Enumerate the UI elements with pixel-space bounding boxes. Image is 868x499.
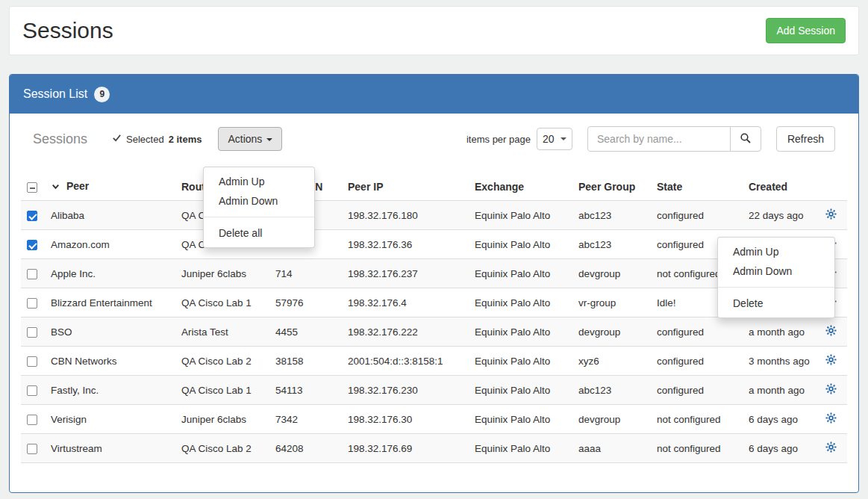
selected-label: Selected [126,134,164,145]
sessions-table: Peer Router Peer ASN Peer IP Exchange Pe… [21,173,847,463]
select-all-header [21,173,45,201]
row-menu-item-admin-up[interactable]: Admin Up [718,242,834,261]
cell-peer-group: vr-group [572,288,651,317]
session-count-badge: 9 [94,87,110,102]
cell-router: QA Cisco Lab 2 [175,347,269,376]
cell-router: Juniper 6clabs [175,405,269,434]
row-menu-item-admin-down[interactable]: Admin Down [718,261,834,281]
page-title: Sessions [22,18,113,43]
cell-router: QA Cisco Lab 1 [175,376,269,405]
cell-exchange: Equinix Palo Alto [469,376,572,405]
menu-divider [204,217,314,217]
cell-peer: Apple Inc. [45,259,175,288]
cell-peer-group: devgroup [572,317,651,347]
column-header-exchange[interactable]: Exchange [469,173,572,201]
cell-peer: BSO [45,317,175,347]
cell-created: 6 days ago [743,434,815,463]
check-icon [112,133,122,145]
table-row: BSO Arista Test 4455 198.32.176.222 Equi… [21,317,847,347]
row-checkbox[interactable] [27,415,37,425]
cell-peer: Virtustream [45,434,175,463]
cell-peer-ip: 198.32.176.36 [342,230,469,259]
cell-exchange: Equinix Palo Alto [469,288,572,317]
column-header-created[interactable]: Created [743,173,815,201]
search-input[interactable] [587,126,731,152]
row-settings-gear-icon[interactable] [825,441,837,455]
cell-router: QA Cisco Lab 1 [175,288,269,317]
page-header: Sessions Add Session [9,6,859,55]
column-header-peer[interactable]: Peer [45,173,175,201]
row-checkbox[interactable] [27,269,37,279]
session-list-panel: Session List 9 Sessions Selected 2 items… [9,74,859,493]
row-menu-item-delete[interactable]: Delete [718,294,834,313]
panel-title: Session List [23,87,87,101]
panel-header: Session List 9 [10,75,858,114]
cell-peer: Blizzard Entertainment [45,288,175,317]
cell-peer: Fastly, Inc. [45,376,175,405]
cell-state: configured [651,317,743,347]
table-row: Fastly, Inc. QA Cisco Lab 1 54113 198.32… [21,376,847,405]
cell-exchange: Equinix Palo Alto [469,434,572,463]
column-header-peer-ip[interactable]: Peer IP [342,173,469,201]
add-session-button[interactable]: Add Session [766,18,846,43]
cell-peer-ip: 2001:504:d::3:8158:1 [342,347,469,376]
cell-peer-group: abc123 [572,201,651,230]
cell-exchange: Equinix Palo Alto [469,230,572,259]
items-per-page-select[interactable]: 20 [537,128,572,150]
cell-state: not configured [651,405,743,434]
cell-peer-group: aaaa [572,434,651,463]
cell-created: 3 months ago [743,347,815,376]
row-checkbox[interactable] [27,240,37,250]
row-settings-gear-icon[interactable] [825,412,837,426]
cell-peer-ip: 198.32.176.30 [342,405,469,434]
table-row: Virtustream QA Cisco Lab 2 64208 198.32.… [21,434,847,463]
table-header-row: Peer Router Peer ASN Peer IP Exchange Pe… [21,173,847,201]
cell-state: not configured [651,434,743,463]
column-header-state[interactable]: State [651,173,743,201]
row-checkbox[interactable] [27,356,37,367]
menu-item-delete-all[interactable]: Delete all [204,223,314,243]
cell-peer: Alibaba [45,201,175,230]
cell-state: configured [651,347,743,376]
search-button[interactable] [730,126,761,152]
cell-peer-group: xyz6 [572,347,651,376]
row-checkbox[interactable] [27,298,37,309]
search-group [587,126,761,152]
table-row: Verisign Juniper 6clabs 7342 198.32.176.… [21,405,847,434]
select-all-checkbox[interactable] [27,182,37,193]
cell-asn: 38158 [269,347,342,376]
row-settings-gear-icon[interactable] [825,208,837,222]
menu-item-admin-up[interactable]: Admin Up [204,172,314,191]
cell-state: configured [651,376,743,405]
cell-created: a month ago [743,317,815,347]
cell-peer-group: abc123 [572,230,651,259]
row-settings-gear-icon[interactable] [825,354,837,368]
cell-created: a month ago [743,376,815,405]
cell-asn: 64208 [269,434,342,463]
actions-dropdown-menu: Admin Up Admin Down Delete all [203,167,315,248]
items-per-page-label: items per page [466,134,531,145]
cell-router: Juniper 6clabs [175,259,269,288]
row-dropdown-menu: Admin Up Admin Down Delete [717,237,835,318]
sort-desc-icon [51,182,63,193]
row-checkbox[interactable] [27,444,37,454]
cell-peer: Verisign [45,405,175,434]
cell-peer-ip: 198.32.176.237 [342,259,469,288]
selection-status: Selected 2 items [112,133,202,145]
row-settings-gear-icon[interactable] [825,325,837,338]
actions-dropdown-button[interactable]: Actions [218,127,282,151]
cell-asn: 714 [269,259,342,288]
row-checkbox[interactable] [27,211,37,221]
cell-peer-group: abc123 [572,376,651,405]
menu-item-admin-down[interactable]: Admin Down [204,191,314,211]
cell-peer-ip: 198.32.176.180 [342,201,469,230]
row-settings-gear-icon[interactable] [825,383,837,397]
row-checkbox[interactable] [27,327,37,338]
toolbar-title: Sessions [33,131,87,147]
column-header-peer-group[interactable]: Peer Group [572,173,651,201]
table-row: CBN Networks QA Cisco Lab 2 38158 2001:5… [21,347,847,376]
cell-exchange: Equinix Palo Alto [469,405,572,434]
cell-state: configured [651,201,743,230]
row-checkbox[interactable] [27,385,37,396]
refresh-button[interactable]: Refresh [776,126,835,152]
